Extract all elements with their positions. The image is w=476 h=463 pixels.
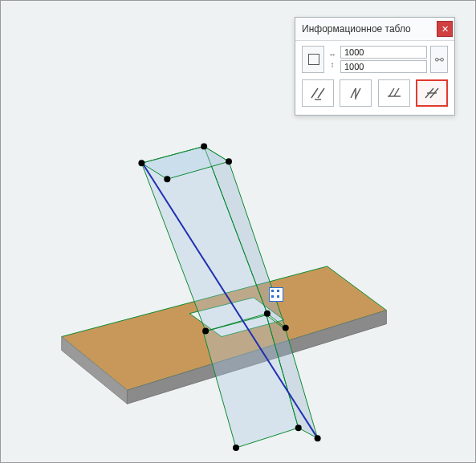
cut-mode-4-button[interactable] xyxy=(416,79,448,107)
cut-mode-3-button[interactable] xyxy=(378,79,410,107)
cut-mode-1-button[interactable] xyxy=(302,79,334,107)
close-icon: ✕ xyxy=(441,25,449,34)
svg-point-10 xyxy=(138,160,144,166)
svg-line-21 xyxy=(318,88,324,98)
cut-angled-icon xyxy=(422,85,441,101)
svg-point-17 xyxy=(233,445,239,451)
svg-marker-8 xyxy=(141,146,229,179)
height-input[interactable] xyxy=(340,60,427,73)
svg-point-11 xyxy=(201,143,207,149)
palette-title-text: Информационное табло xyxy=(302,23,411,35)
svg-line-28 xyxy=(394,88,399,96)
cut-mode-2-button[interactable] xyxy=(340,79,372,107)
svg-line-25 xyxy=(356,88,360,98)
svg-marker-2 xyxy=(127,311,386,404)
link-dimensions-button[interactable]: ⚯ xyxy=(430,46,448,73)
svg-line-27 xyxy=(389,88,394,96)
svg-point-19 xyxy=(315,435,321,441)
svg-marker-0 xyxy=(62,266,387,390)
svg-line-20 xyxy=(311,88,318,98)
close-button[interactable]: ✕ xyxy=(437,21,453,37)
cut-horizontal-icon xyxy=(384,85,404,101)
svg-point-14 xyxy=(202,328,209,335)
palette-titlebar[interactable]: Информационное табло ✕ xyxy=(295,18,454,41)
svg-line-9 xyxy=(142,163,317,438)
width-input[interactable] xyxy=(340,46,427,59)
svg-marker-5 xyxy=(266,315,318,438)
svg-point-13 xyxy=(164,176,170,182)
svg-line-23 xyxy=(351,88,356,98)
chain-link-icon: ⚯ xyxy=(435,54,444,66)
svg-marker-3 xyxy=(189,298,284,337)
dimension-arrows-icon: ↔↕ xyxy=(328,50,337,69)
profile-selector-button[interactable] xyxy=(302,46,324,73)
svg-point-12 xyxy=(226,158,232,164)
svg-marker-1 xyxy=(62,337,128,404)
svg-marker-7 xyxy=(204,146,286,327)
svg-point-15 xyxy=(264,311,271,317)
selection-cursor xyxy=(269,287,283,302)
svg-point-16 xyxy=(283,325,289,331)
svg-marker-6 xyxy=(141,146,266,331)
svg-marker-4 xyxy=(203,315,299,448)
cut-vertical-icon xyxy=(346,85,365,101)
svg-point-18 xyxy=(295,424,302,431)
cut-both-icon xyxy=(308,85,328,101)
info-palette: Информационное табло ✕ ↔↕ ⚯ xyxy=(295,17,455,116)
